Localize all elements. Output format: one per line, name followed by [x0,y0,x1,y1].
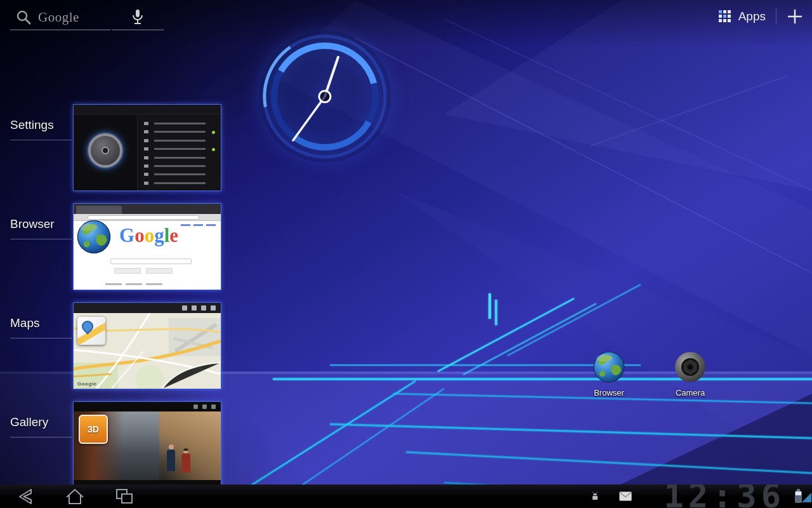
logo-letter: l [164,224,170,246]
toolbar-icon-skeleton [202,404,207,409]
recent-thumb-settings[interactable] [73,104,221,191]
status-dot [212,131,215,134]
gallery-app-icon: 3D [79,415,108,444]
browser-icon [593,351,625,384]
usb-debug-notification[interactable] [590,491,600,504]
footer-link-skeleton [126,283,142,285]
maps-app-icon [77,317,105,345]
home-button[interactable] [60,485,90,508]
microphone-icon [130,8,145,26]
desktop-icon-label: Browser [594,388,624,398]
search-input[interactable]: Google [10,5,110,30]
link-skeleton [206,224,216,226]
footer-link-skeleton [146,283,162,285]
analog-clock-widget[interactable] [249,20,401,173]
recent-label-maps: Maps [10,316,72,338]
google-logo-thumb: Google [119,224,178,247]
back-button[interactable] [10,485,41,508]
toolbar-icon-skeleton [192,305,197,311]
search-field-skeleton [110,258,192,264]
photo-person [167,450,175,471]
gallery-icon-label: 3D [88,424,99,434]
desktop-icon-label: Camera [676,388,705,398]
link-skeleton [181,224,190,226]
battery-icon [795,491,802,503]
recent-label-browser: Browser [10,217,72,239]
maps-watermark: Google [77,381,97,387]
logo-letter: e [169,224,178,246]
toolbar-icon-skeleton [182,305,187,311]
system-bar: 12:36 [0,485,812,508]
settings-thumb-header [74,105,221,115]
home-icon [64,487,86,506]
voice-search-button[interactable] [112,5,164,30]
button-skeleton [146,268,173,274]
browser-globe-icon [76,219,112,255]
recent-thumb-gallery[interactable]: 3D [73,401,221,488]
apps-grid-icon [718,10,732,23]
recent-thumb-browser[interactable]: Google [73,203,221,290]
logo-letter: g [154,224,164,246]
browser-thumb-tabbar [74,204,221,214]
recents-icon [114,487,135,506]
system-clock[interactable]: 12:36 [664,485,785,508]
search-icon [15,9,32,25]
apps-button[interactable]: Apps [718,10,766,23]
speaker-core [102,147,109,154]
usb-debugging-icon [590,491,600,502]
recent-label-settings: Settings [10,118,72,140]
logo-letter: o [145,224,155,246]
logo-letter: G [119,224,134,246]
settings-sound-icon [88,133,122,168]
gallery-thumb-toolbar [74,402,221,411]
signal-icon [802,493,811,502]
page-links-skeleton [181,224,216,226]
desktop-icon-camera[interactable]: Camera [670,351,710,398]
toolbar-icon-skeleton [193,404,198,409]
toolbar-icon-skeleton [211,305,216,311]
clock-face [249,20,401,173]
toolbar-icon-skeleton [211,404,216,409]
link-skeleton [193,224,203,226]
topbar-divider [776,8,776,25]
footer-link-skeleton [105,283,122,285]
status-dot [212,148,215,151]
button-skeleton [114,268,141,274]
back-icon [15,487,36,506]
settings-thumb-menu-skeleton [138,116,221,190]
browser-thumb-tab [76,206,122,214]
camera-icon [674,351,707,384]
google-logo: Google [38,10,79,25]
recent-label-gallery: Gallery [10,415,72,438]
email-notification[interactable] [619,491,632,504]
apps-button-label: Apps [738,10,766,23]
topbar-actions: Apps [718,6,803,27]
photo-person [181,453,190,472]
add-widget-button[interactable] [787,8,803,25]
honeycomb-home-screen: Google Apps [0,0,812,508]
maps-thumb-toolbar [74,303,221,313]
recents-button[interactable] [109,485,140,508]
search-buttons-skeleton [114,268,173,274]
google-search-widget: Google [10,5,164,30]
recent-thumb-maps[interactable]: Google [73,302,221,389]
logo-letter: o [134,224,145,246]
page-footer-skeleton [105,283,162,285]
toolbar-icon-skeleton [201,305,206,311]
settings-thumb-left-pane [74,116,137,190]
plus-icon [787,8,803,25]
email-icon [619,491,632,501]
desktop-icon-browser[interactable]: Browser [589,351,629,398]
